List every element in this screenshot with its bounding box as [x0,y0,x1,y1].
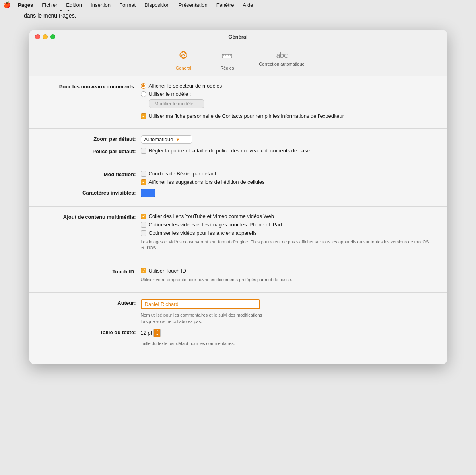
checkbox-iphone-row: Optimiser les vidéos et les images pour … [141,222,431,228]
apple-menu[interactable]: 🍎 [3,1,11,8]
taille-texte-stepper-group: 12 pt ▲ ▼ [141,329,431,337]
toolbar: General Règles abc Correction automatiqu… [29,44,447,76]
checkbox-contacts-row: Utiliser ma fiche personnelle de Contact… [141,113,431,119]
label-zoom: Zoom par défaut: [45,135,141,142]
window-title: Général [228,34,247,40]
radio2-row: Utiliser le modèle : [141,91,431,97]
stepper-down-button[interactable]: ▼ [154,333,160,337]
row-radio1: Pour les nouveaux documents: Afficher le… [45,83,431,119]
controls-auteur: Nom utilisé pour les commentaires et le … [141,299,431,325]
btn-modifier-modele[interactable]: Modifier le modèle… [149,99,204,108]
menu-edition[interactable]: Édition [64,1,84,9]
tooltip-line2: dans le menu Pages. [24,12,76,20]
menu-presentation[interactable]: Présentation [177,1,209,9]
zoom-dropdown[interactable]: Automatique ▼ [141,135,192,144]
menu-insertion[interactable]: Insertion [89,1,112,9]
label-nouveaux-docs: Pour les nouveaux documents: [45,83,141,90]
tooltip-pointer [25,19,25,35]
checkbox-police[interactable] [141,148,146,154]
ruler-icon [221,51,233,64]
radio1-label: Afficher le sélecteur de modèles [149,83,222,89]
menubar: 🍎 Pages Fichier Édition Insertion Format… [0,0,476,10]
row-caracteres: Caractères invisibles: [45,189,431,197]
label-caracteres: Caractères invisibles: [45,189,141,196]
label-taille-texte: Taille du texte: [45,329,141,335]
taille-texte-stepper[interactable]: ▲ ▼ [153,329,161,337]
tab-regles-label: Règles [220,66,234,70]
preferences-content: Pour les nouveaux documents: Afficher le… [29,76,447,364]
checkbox-anciens[interactable] [141,230,146,236]
checkbox-police-row: Régler la police et la taille de police … [141,148,431,154]
section-nouveaux-docs: Pour les nouveaux documents: Afficher le… [29,76,447,129]
radio2-label: Utiliser le modèle : [149,91,191,97]
checkbox-contacts[interactable] [141,113,146,119]
radio-afficher-selecteur[interactable] [141,83,146,89]
zoom-button[interactable] [50,34,55,39]
section-auteur: Auteur: Nom utilisé pour les commentaire… [29,293,447,356]
section-zoom-police: Zoom par défaut: Automatique ▼ Police pa… [29,129,447,164]
menu-fichier[interactable]: Fichier [40,1,59,9]
checkbox-bezier-row: Courbes de Bézier par défaut [141,171,431,177]
row-taille-texte: Taille du texte: 12 pt ▲ ▼ Taille du tex… [45,329,431,347]
checkbox-youtube[interactable] [141,214,146,219]
checkbox-iphone-label: Optimiser les vidéos et les images pour … [149,222,282,228]
checkbox-suggestions-row: Afficher les suggestions lors de l'éditi… [141,179,431,185]
taille-texte-value: 12 pt [141,330,152,336]
checkbox-suggestions-label: Afficher les suggestions lors de l'éditi… [149,179,265,185]
zoom-value: Automatique [144,136,173,142]
checkbox-touchid-row: Utiliser Touch ID [141,268,431,274]
tab-general[interactable]: General [167,49,199,72]
controls-multimedia: Coller des liens YouTube et Vimeo comme … [141,213,431,251]
tab-correction[interactable]: abc Correction automatique [255,49,308,72]
label-police: Police par défaut: [45,148,141,154]
checkbox-iphone[interactable] [141,222,146,228]
preferences-window: Général General [29,30,447,364]
menu-aide[interactable]: Aide [241,1,255,9]
traffic-lights [35,34,55,39]
controls-touchid: Utiliser Touch ID Utilisez votre emprein… [141,268,431,283]
checkbox-police-label: Régler la police et la taille de police … [149,148,310,154]
menu-pages[interactable]: Pages [16,1,35,9]
radio1-row: Afficher le sélecteur de modèles [141,83,431,89]
label-auteur: Auteur: [45,299,141,306]
radio-utiliser-modele[interactable] [141,91,146,97]
zoom-dropdown-arrow: ▼ [176,137,180,142]
color-swatch-caracteres[interactable] [141,189,155,197]
checkbox-youtube-row: Coller des liens YouTube et Vimeo comme … [141,213,431,219]
checkbox-youtube-label: Coller des liens YouTube et Vimeo comme … [149,213,274,219]
row-zoom: Zoom par défaut: Automatique ▼ [45,135,431,144]
titlebar: Général [29,30,447,44]
section-multimedia: Ajout de contenu multimédia: Coller des … [29,207,447,261]
auteur-info: Nom utilisé pour les commentaires et le … [141,312,431,325]
menu-disposition[interactable]: Disposition [143,1,171,9]
minimize-button[interactable] [43,34,48,39]
tab-correction-label: Correction automatique [259,62,304,66]
stepper-up-button[interactable]: ▲ [154,329,160,333]
touchid-info: Utilisez votre empreinte pour ouvrir les… [141,277,431,283]
checkbox-touchid[interactable] [141,268,146,273]
controls-taille-texte: 12 pt ▲ ▼ Taille du texte par défaut pou… [141,329,431,347]
checkbox-bezier[interactable] [141,171,146,177]
checkbox-bezier-label: Courbes de Bézier par défaut [149,171,216,177]
checkbox-anciens-label: Optimiser les vidéos pour les anciens ap… [149,230,257,236]
menu-format[interactable]: Format [118,1,137,9]
menu-fenetre[interactable]: Fenêtre [215,1,236,9]
controls-police: Régler la police et la taille de police … [141,148,431,154]
row-touchid: Touch ID: Utiliser Touch ID Utilisez vot… [45,268,431,283]
abc-icon: abc [276,51,288,60]
taille-texte-info: Taille du texte par défaut pour les comm… [141,341,431,347]
checkbox-anciens-row: Optimiser les vidéos pour les anciens ap… [141,230,431,236]
gear-icon [178,51,189,64]
controls-zoom: Automatique ▼ [141,135,431,144]
row-police: Police par défaut: Régler la police et l… [45,148,431,154]
btn-model-container: Modifier le modèle… [141,99,431,108]
multimedia-info: Les images et vidéos conserveront leur f… [141,239,431,251]
label-modification: Modification: [45,171,141,177]
auteur-input[interactable] [141,299,260,309]
tab-regles[interactable]: Règles [211,49,243,72]
controls-caracteres [141,189,431,197]
section-touchid: Touch ID: Utiliser Touch ID Utilisez vot… [29,261,447,293]
row-multimedia: Ajout de contenu multimédia: Coller des … [45,213,431,251]
close-button[interactable] [35,34,40,39]
checkbox-suggestions[interactable] [141,179,146,185]
